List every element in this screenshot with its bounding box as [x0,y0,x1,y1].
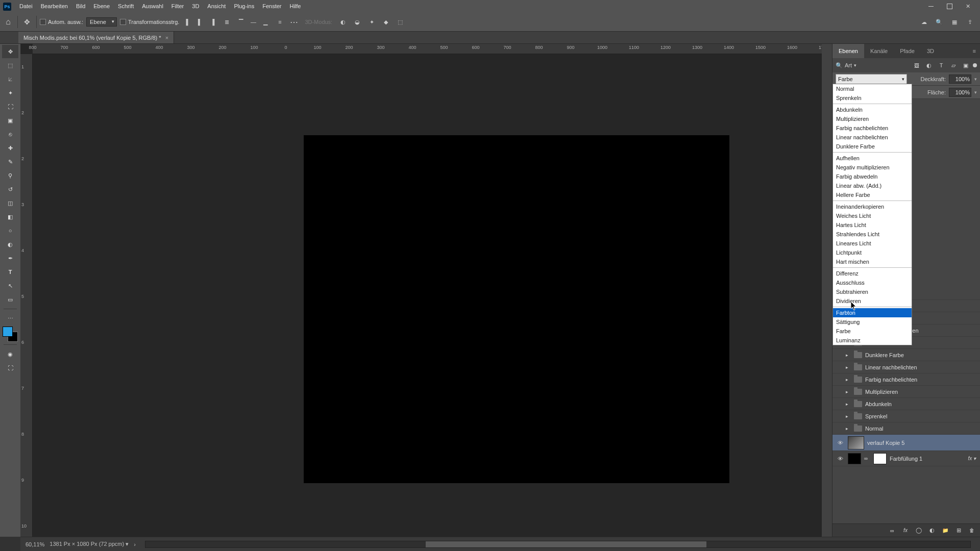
align-middle-button[interactable] [248,16,259,28]
rectangle-tool[interactable] [2,293,18,306]
status-nav-right[interactable]: › [134,541,136,547]
disclosure-icon[interactable]: ▸ [846,365,851,370]
layer-name[interactable]: Dunklere Farbe [865,352,904,358]
blend-mode-option[interactable]: Sprenkeln [833,93,912,103]
blend-mode-option[interactable]: Farbig nachbelichten [833,123,912,133]
filter-adjust-button[interactable] [924,60,934,70]
fill-thumbnail[interactable] [848,453,861,464]
lasso-tool[interactable] [2,72,18,86]
transform-controls-checkbox[interactable]: Transformationsstrg. [120,19,179,25]
foreground-color-swatch[interactable] [3,327,13,337]
blend-mode-option[interactable]: Farbe [833,327,912,336]
pen-tool[interactable] [2,252,18,265]
blend-mode-option[interactable]: Weiches Licht [833,211,912,220]
disclosure-icon[interactable]: ▸ [846,426,851,431]
blend-mode-option[interactable]: Luminanz [833,336,912,345]
blend-mode-option[interactable]: Subtrahieren [833,287,912,296]
menu-edit[interactable]: Bearbeiten [37,0,72,13]
layer-name[interactable]: Linear nachbelichten [865,364,917,370]
fx-indicator[interactable]: fx ▾ [968,456,980,461]
filter-smart-button[interactable] [961,60,971,70]
distribute-vertical-button[interactable] [274,16,285,28]
disclosure-icon[interactable]: ▸ [846,353,851,358]
blend-mode-option[interactable]: Sättigung [833,317,912,327]
filter-type-button[interactable] [936,60,946,70]
blend-mode-option[interactable]: Farbton [833,308,912,317]
align-top-button[interactable] [235,16,247,28]
window-minimize-button[interactable] [922,1,940,13]
layer-name[interactable]: Abdunkeln [865,401,892,407]
3d-slide-button[interactable] [380,16,391,28]
menu-layer[interactable]: Ebene [89,0,114,13]
layer-group-row[interactable]: ▸Dunklere Farbe [832,349,980,361]
layer-row-selected[interactable]: 👁verlauf Kopie 5 [832,435,980,451]
new-group-button[interactable] [941,527,949,535]
layer-name[interactable]: Farbfüllung 1 [890,456,922,462]
doc-info-dropdown[interactable]: 1381 Px × 1080 Px (72 ppcm) [50,541,129,547]
panel-menu-button[interactable]: ≡ [969,48,980,54]
share-button[interactable] [965,17,975,27]
rectangular-marquee-tool[interactable] [2,59,18,72]
crop-tool[interactable] [2,100,18,113]
eyedropper-tool[interactable] [2,128,18,141]
layer-name[interactable]: verlauf Kopie 5 [867,440,904,446]
menu-3d[interactable]: 3D [188,0,203,13]
history-brush-tool[interactable] [2,183,18,196]
workspace-button[interactable] [949,17,960,27]
type-tool[interactable] [2,265,18,279]
opacity-field[interactable]: 100% [949,74,971,84]
align-left-button[interactable] [182,16,193,28]
new-adjustment-button[interactable] [928,527,936,535]
3d-roll-button[interactable] [352,16,363,28]
blend-mode-option[interactable]: Differenz [833,269,912,278]
3d-scale-button[interactable] [395,16,406,28]
align-more-button[interactable] [288,16,300,28]
auto-select-target-dropdown[interactable]: Ebene [86,17,117,27]
tab-layers[interactable]: Ebenen [832,44,864,58]
blur-tool[interactable] [2,224,18,237]
align-right-button[interactable] [207,16,218,28]
distribute-horizontal-button[interactable] [221,16,232,28]
link-layers-button[interactable] [888,527,896,535]
close-tab-icon[interactable]: × [165,35,168,41]
collapsed-panel-dock[interactable] [822,44,832,537]
blend-mode-option[interactable]: Normal [833,84,912,93]
blend-mode-option[interactable]: Ineinanderkopieren [833,202,912,211]
layer-group-row[interactable]: ▸Normal [832,422,980,435]
new-layer-button[interactable] [954,527,963,535]
blend-mode-option[interactable]: Multiplizieren [833,114,912,123]
canvas-viewport[interactable] [33,54,832,537]
align-bottom-button[interactable] [260,16,271,28]
layer-name[interactable]: Normal [865,425,883,432]
blend-mode-option[interactable]: Linear nachbelichten [833,133,912,142]
layer-thumbnail[interactable] [848,436,864,449]
menu-select[interactable]: Auswahl [138,0,167,13]
blend-mode-option[interactable]: Farbig abwedeln [833,172,912,181]
eraser-tool[interactable] [2,196,18,210]
mask-thumbnail[interactable] [873,453,887,464]
disclosure-icon[interactable]: ▸ [846,389,851,394]
gradient-tool[interactable] [2,210,18,223]
blend-mode-option[interactable]: Lineares Licht [833,239,912,248]
tab-paths[interactable]: Pfade [894,44,921,58]
window-maximize-button[interactable] [940,1,959,13]
blend-mode-option[interactable]: Dividieren [833,296,912,306]
delete-layer-button[interactable] [968,527,976,535]
layer-filter-dropdown[interactable]: Art ▾ [836,62,872,69]
brush-tool[interactable] [2,155,18,168]
blend-mode-option[interactable]: Abdunkeln [833,105,912,114]
blend-mode-option[interactable]: Linear abw. (Add.) [833,181,912,190]
scrollbar-thumb[interactable] [426,541,706,547]
layer-name[interactable]: Sprenkel [865,413,887,419]
visibility-toggle[interactable]: 👁 [836,456,845,462]
menu-plugins[interactable]: Plug-ins [230,0,258,13]
horizontal-ruler[interactable]: 8007006005004003002001000100200300400500… [33,44,832,54]
spot-healing-tool[interactable] [2,141,18,155]
edit-toolbar-button[interactable] [2,312,18,325]
blend-mode-option[interactable]: Hartes Licht [833,220,912,230]
blend-mode-option[interactable]: Strahlendes Licht [833,230,912,239]
menu-view[interactable]: Ansicht [203,0,230,13]
layer-group-row[interactable]: ▸Abdunkeln [832,398,980,410]
menu-image[interactable]: Bild [72,0,89,13]
visibility-toggle[interactable]: 👁 [836,440,845,446]
